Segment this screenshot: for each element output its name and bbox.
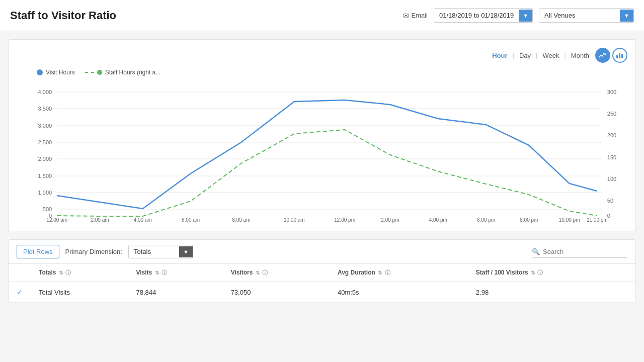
avg-duration-sort-icon: ⇅ — [378, 270, 382, 276]
page-header: Staff to Visitor Ratio ✉ Email 01/18/201… — [0, 0, 644, 31]
row-check: ✓ — [9, 282, 31, 303]
line-chart-button[interactable] — [595, 48, 610, 63]
email-label: Email — [412, 12, 428, 19]
table-header-row: Totals ⇅ ⓘ Visits ⇅ ⓘ Visitors ⇅ ⓘ Avg D… — [9, 264, 635, 282]
svg-text:500: 500 — [43, 206, 52, 212]
chart-area: 4,000 3,500 3,000 2,500 2,000 1,500 1,00… — [22, 82, 627, 223]
date-range-value: 01/18/2019 to 01/18/2019 — [434, 9, 519, 22]
page-title: Staff to Visitor Ratio — [10, 9, 116, 22]
svg-text:10:00 am: 10:00 am — [284, 217, 305, 223]
email-icon: ✉ — [403, 12, 409, 20]
svg-text:11:00 pm: 11:00 pm — [587, 217, 608, 223]
svg-text:4:00 pm: 4:00 pm — [429, 217, 447, 223]
svg-text:50: 50 — [607, 198, 613, 204]
table-section: Plot Rows Primary Dimension: Totals ▼ 🔍 … — [8, 239, 636, 303]
search-wrapper: 🔍 — [532, 246, 627, 258]
totals-sort-icon: ⇅ — [59, 270, 63, 276]
svg-text:3,000: 3,000 — [38, 123, 52, 129]
legend-blue-dot — [37, 69, 43, 75]
svg-text:8:00 pm: 8:00 pm — [520, 217, 538, 223]
primary-dimension-label: Primary Dimension: — [65, 248, 122, 255]
svg-rect-1 — [619, 53, 620, 58]
col-totals: Totals ⇅ ⓘ — [31, 264, 128, 282]
legend-green-dash — [85, 72, 94, 73]
time-selector: Hour | Day | Week | Month — [490, 51, 591, 60]
time-option-hour[interactable]: Hour — [490, 51, 509, 60]
avg-duration-info-icon[interactable]: ⓘ — [385, 269, 390, 276]
svg-text:8:00 am: 8:00 am — [232, 217, 250, 223]
legend-staff-hours-label: Staff Hours (right a... — [105, 69, 161, 76]
svg-text:150: 150 — [607, 154, 616, 160]
svg-text:300: 300 — [607, 89, 616, 95]
svg-text:1,000: 1,000 — [38, 190, 52, 196]
visits-info-icon[interactable]: ⓘ — [162, 269, 167, 276]
col-staff-ratio: Staff / 100 Visitors ⇅ ⓘ — [468, 264, 635, 282]
staff-ratio-info-icon[interactable]: ⓘ — [537, 269, 543, 276]
row-staff-ratio: 2.98 — [468, 282, 635, 303]
row-visits: 78,844 — [128, 282, 222, 303]
date-range-dropdown[interactable]: 01/18/2019 to 01/18/2019 ▼ — [434, 8, 533, 23]
col-visits: Visits ⇅ ⓘ — [128, 264, 222, 282]
svg-text:10:00 pm: 10:00 pm — [559, 217, 580, 223]
main-content: Hour | Day | Week | Month Visit Hours — [0, 31, 644, 311]
table-toolbar: Plot Rows Primary Dimension: Totals ▼ 🔍 — [9, 240, 635, 264]
table-row: ✓ Total Visits 78,844 73,050 40m:5s 2.98 — [9, 282, 635, 303]
svg-text:4,000: 4,000 — [38, 89, 52, 95]
chart-legend: Visit Hours Staff Hours (right a... — [17, 69, 627, 76]
venue-value: All Venues — [539, 9, 620, 22]
visitors-sort-icon: ⇅ — [256, 270, 260, 276]
svg-text:200: 200 — [607, 132, 616, 138]
totals-info-icon[interactable]: ⓘ — [65, 269, 71, 276]
chart-type-buttons — [595, 48, 627, 63]
svg-text:2:00 pm: 2:00 pm — [381, 217, 399, 223]
bar-chart-button[interactable] — [612, 48, 627, 63]
svg-text:250: 250 — [607, 111, 616, 117]
time-option-day[interactable]: Day — [517, 51, 533, 60]
header-controls: ✉ Email 01/18/2019 to 01/18/2019 ▼ All V… — [403, 8, 634, 23]
search-input[interactable] — [543, 248, 627, 255]
svg-text:1,500: 1,500 — [38, 173, 52, 179]
svg-text:2,000: 2,000 — [38, 156, 52, 162]
svg-text:2:00 am: 2:00 am — [91, 217, 109, 223]
svg-text:6:00 pm: 6:00 pm — [477, 217, 495, 223]
venue-dropdown[interactable]: All Venues ▼ — [539, 8, 634, 23]
email-button[interactable]: ✉ Email — [403, 12, 428, 20]
plot-rows-button[interactable]: Plot Rows — [17, 245, 59, 258]
chart-svg: 4,000 3,500 3,000 2,500 2,000 1,500 1,00… — [22, 82, 627, 223]
svg-text:12:00 am: 12:00 am — [46, 217, 67, 223]
dimension-select[interactable]: Totals ▼ — [128, 245, 193, 258]
date-range-arrow[interactable]: ▼ — [519, 10, 532, 22]
dimension-value: Totals — [129, 245, 179, 258]
time-option-week[interactable]: Week — [540, 51, 561, 60]
row-avg-duration: 40m:5s — [330, 282, 468, 303]
row-visitors: 73,050 — [223, 282, 330, 303]
col-visitors: Visitors ⇅ ⓘ — [223, 264, 330, 282]
col-avg-duration: Avg Duration ⇅ ⓘ — [330, 264, 468, 282]
dimension-arrow[interactable]: ▼ — [179, 246, 193, 257]
visits-sort-icon: ⇅ — [155, 270, 159, 276]
svg-text:2,500: 2,500 — [38, 139, 52, 145]
svg-text:3,500: 3,500 — [38, 106, 52, 112]
venue-arrow[interactable]: ▼ — [620, 10, 633, 22]
time-option-month[interactable]: Month — [569, 51, 591, 60]
svg-rect-0 — [616, 55, 618, 58]
svg-rect-2 — [621, 54, 623, 58]
svg-text:6:00 am: 6:00 am — [182, 217, 200, 223]
chart-controls: Hour | Day | Week | Month — [17, 48, 627, 63]
visitors-info-icon[interactable]: ⓘ — [262, 269, 268, 276]
staff-ratio-sort-icon: ⇅ — [531, 270, 535, 276]
legend-green-dot — [97, 70, 102, 75]
svg-text:12:00 pm: 12:00 pm — [334, 217, 355, 223]
svg-text:100: 100 — [607, 176, 616, 182]
staff-hours-line — [57, 130, 597, 216]
legend-staff-hours: Staff Hours (right a... — [85, 69, 161, 76]
data-table: Totals ⇅ ⓘ Visits ⇅ ⓘ Visitors ⇅ ⓘ Avg D… — [9, 264, 635, 303]
row-totals: Total Visits — [31, 282, 128, 303]
svg-text:0: 0 — [607, 213, 610, 219]
legend-visit-hours: Visit Hours — [37, 69, 75, 76]
search-icon: 🔍 — [532, 248, 540, 255]
check-header — [9, 264, 31, 282]
svg-text:4:00 am: 4:00 am — [134, 217, 152, 223]
legend-visit-hours-label: Visit Hours — [46, 69, 75, 76]
chart-section: Hour | Day | Week | Month Visit Hours — [8, 39, 636, 231]
